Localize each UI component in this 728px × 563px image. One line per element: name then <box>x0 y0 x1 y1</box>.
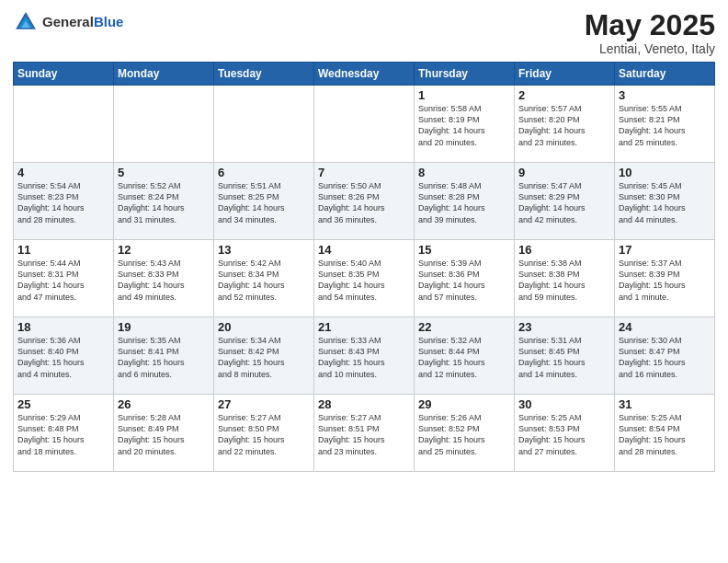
col-header-sunday: Sunday <box>14 63 114 86</box>
cell-content: Sunrise: 5:48 AM Sunset: 8:28 PM Dayligh… <box>418 180 510 225</box>
cell-content: Sunrise: 5:38 AM Sunset: 8:38 PM Dayligh… <box>518 258 610 303</box>
logo: GeneralBlue <box>13 9 123 35</box>
calendar-cell: 22Sunrise: 5:32 AM Sunset: 8:44 PM Dayli… <box>415 317 515 395</box>
calendar-cell <box>314 86 415 163</box>
calendar-cell: 4Sunrise: 5:54 AM Sunset: 8:23 PM Daylig… <box>14 163 114 240</box>
calendar-cell: 8Sunrise: 5:48 AM Sunset: 8:28 PM Daylig… <box>415 163 515 240</box>
calendar-cell <box>14 86 114 163</box>
day-number: 28 <box>318 397 410 411</box>
cell-content: Sunrise: 5:30 AM Sunset: 8:47 PM Dayligh… <box>619 335 711 380</box>
cell-content: Sunrise: 5:34 AM Sunset: 8:42 PM Dayligh… <box>218 335 310 380</box>
day-number: 30 <box>518 397 610 411</box>
logo-icon <box>13 9 39 35</box>
day-number: 15 <box>418 243 510 257</box>
day-number: 29 <box>418 397 510 411</box>
calendar-cell: 23Sunrise: 5:31 AM Sunset: 8:45 PM Dayli… <box>515 317 615 395</box>
day-number: 19 <box>118 320 210 334</box>
day-number: 21 <box>318 320 410 334</box>
day-number: 31 <box>619 397 711 411</box>
calendar-cell: 25Sunrise: 5:29 AM Sunset: 8:48 PM Dayli… <box>14 395 114 472</box>
day-number: 5 <box>118 166 210 179</box>
cell-content: Sunrise: 5:52 AM Sunset: 8:24 PM Dayligh… <box>118 180 210 225</box>
col-header-friday: Friday <box>515 63 615 86</box>
day-number: 25 <box>17 397 109 411</box>
page: GeneralBlue May 2025 Lentiai, Veneto, It… <box>0 0 728 563</box>
week-row-1: 1Sunrise: 5:58 AM Sunset: 8:19 PM Daylig… <box>14 86 715 163</box>
calendar-cell: 28Sunrise: 5:27 AM Sunset: 8:51 PM Dayli… <box>314 395 415 472</box>
day-number: 20 <box>218 320 310 334</box>
calendar-cell: 7Sunrise: 5:50 AM Sunset: 8:26 PM Daylig… <box>314 163 415 240</box>
calendar-cell: 9Sunrise: 5:47 AM Sunset: 8:29 PM Daylig… <box>515 163 615 240</box>
calendar-cell <box>114 86 214 163</box>
day-number: 18 <box>17 320 109 334</box>
header: GeneralBlue May 2025 Lentiai, Veneto, It… <box>13 9 715 56</box>
day-number: 23 <box>518 320 610 334</box>
cell-content: Sunrise: 5:27 AM Sunset: 8:51 PM Dayligh… <box>318 412 410 457</box>
cell-content: Sunrise: 5:25 AM Sunset: 8:54 PM Dayligh… <box>619 412 711 457</box>
day-number: 1 <box>418 88 510 102</box>
calendar-cell: 30Sunrise: 5:25 AM Sunset: 8:53 PM Dayli… <box>515 395 615 472</box>
calendar-cell: 2Sunrise: 5:57 AM Sunset: 8:20 PM Daylig… <box>515 86 615 163</box>
cell-content: Sunrise: 5:54 AM Sunset: 8:23 PM Dayligh… <box>17 180 109 225</box>
day-number: 27 <box>218 397 310 411</box>
cell-content: Sunrise: 5:42 AM Sunset: 8:34 PM Dayligh… <box>218 258 310 303</box>
cell-content: Sunrise: 5:51 AM Sunset: 8:25 PM Dayligh… <box>218 180 310 225</box>
week-row-4: 18Sunrise: 5:36 AM Sunset: 8:40 PM Dayli… <box>14 317 715 395</box>
cell-content: Sunrise: 5:43 AM Sunset: 8:33 PM Dayligh… <box>118 258 210 303</box>
calendar-cell: 27Sunrise: 5:27 AM Sunset: 8:50 PM Dayli… <box>214 395 314 472</box>
logo-blue: Blue <box>94 14 124 29</box>
calendar-cell: 15Sunrise: 5:39 AM Sunset: 8:36 PM Dayli… <box>415 240 515 317</box>
calendar-cell: 14Sunrise: 5:40 AM Sunset: 8:35 PM Dayli… <box>314 240 415 317</box>
cell-content: Sunrise: 5:57 AM Sunset: 8:20 PM Dayligh… <box>518 103 610 148</box>
calendar-cell: 10Sunrise: 5:45 AM Sunset: 8:30 PM Dayli… <box>615 163 715 240</box>
day-number: 2 <box>518 88 610 102</box>
calendar-cell: 20Sunrise: 5:34 AM Sunset: 8:42 PM Dayli… <box>214 317 314 395</box>
calendar-cell: 12Sunrise: 5:43 AM Sunset: 8:33 PM Dayli… <box>114 240 214 317</box>
cell-content: Sunrise: 5:27 AM Sunset: 8:50 PM Dayligh… <box>218 412 310 457</box>
cell-content: Sunrise: 5:28 AM Sunset: 8:49 PM Dayligh… <box>118 412 210 457</box>
cell-content: Sunrise: 5:47 AM Sunset: 8:29 PM Dayligh… <box>518 180 610 225</box>
month-title: May 2025 <box>585 9 715 41</box>
cell-content: Sunrise: 5:32 AM Sunset: 8:44 PM Dayligh… <box>418 335 510 380</box>
day-number: 6 <box>218 166 310 179</box>
week-row-2: 4Sunrise: 5:54 AM Sunset: 8:23 PM Daylig… <box>14 163 715 240</box>
calendar-table: SundayMondayTuesdayWednesdayThursdayFrid… <box>13 62 715 472</box>
calendar-cell: 3Sunrise: 5:55 AM Sunset: 8:21 PM Daylig… <box>615 86 715 163</box>
calendar-cell: 19Sunrise: 5:35 AM Sunset: 8:41 PM Dayli… <box>114 317 214 395</box>
col-header-saturday: Saturday <box>615 63 715 86</box>
calendar-cell: 21Sunrise: 5:33 AM Sunset: 8:43 PM Dayli… <box>314 317 415 395</box>
day-number: 8 <box>418 166 510 179</box>
cell-content: Sunrise: 5:29 AM Sunset: 8:48 PM Dayligh… <box>17 412 109 457</box>
day-number: 24 <box>619 320 711 334</box>
calendar-cell: 17Sunrise: 5:37 AM Sunset: 8:39 PM Dayli… <box>615 240 715 317</box>
cell-content: Sunrise: 5:55 AM Sunset: 8:21 PM Dayligh… <box>619 103 711 148</box>
calendar-cell: 1Sunrise: 5:58 AM Sunset: 8:19 PM Daylig… <box>415 86 515 163</box>
calendar-cell: 24Sunrise: 5:30 AM Sunset: 8:47 PM Dayli… <box>615 317 715 395</box>
col-header-monday: Monday <box>114 63 214 86</box>
col-header-wednesday: Wednesday <box>314 63 415 86</box>
day-number: 17 <box>619 243 711 257</box>
location: Lentiai, Veneto, Italy <box>585 41 715 56</box>
day-number: 13 <box>218 243 310 257</box>
cell-content: Sunrise: 5:45 AM Sunset: 8:30 PM Dayligh… <box>619 180 711 225</box>
cell-content: Sunrise: 5:40 AM Sunset: 8:35 PM Dayligh… <box>318 258 410 303</box>
day-number: 10 <box>619 166 711 179</box>
calendar-cell: 13Sunrise: 5:42 AM Sunset: 8:34 PM Dayli… <box>214 240 314 317</box>
calendar-cell: 16Sunrise: 5:38 AM Sunset: 8:38 PM Dayli… <box>515 240 615 317</box>
col-header-tuesday: Tuesday <box>214 63 314 86</box>
cell-content: Sunrise: 5:36 AM Sunset: 8:40 PM Dayligh… <box>17 335 109 380</box>
logo-general: General <box>42 14 94 29</box>
day-number: 7 <box>318 166 410 179</box>
calendar-cell: 18Sunrise: 5:36 AM Sunset: 8:40 PM Dayli… <box>14 317 114 395</box>
calendar-cell: 26Sunrise: 5:28 AM Sunset: 8:49 PM Dayli… <box>114 395 214 472</box>
cell-content: Sunrise: 5:31 AM Sunset: 8:45 PM Dayligh… <box>518 335 610 380</box>
header-row: SundayMondayTuesdayWednesdayThursdayFrid… <box>14 63 715 86</box>
cell-content: Sunrise: 5:39 AM Sunset: 8:36 PM Dayligh… <box>418 258 510 303</box>
day-number: 11 <box>17 243 109 257</box>
cell-content: Sunrise: 5:58 AM Sunset: 8:19 PM Dayligh… <box>418 103 510 148</box>
calendar-cell: 5Sunrise: 5:52 AM Sunset: 8:24 PM Daylig… <box>114 163 214 240</box>
col-header-thursday: Thursday <box>415 63 515 86</box>
title-block: May 2025 Lentiai, Veneto, Italy <box>585 9 715 56</box>
cell-content: Sunrise: 5:37 AM Sunset: 8:39 PM Dayligh… <box>619 258 711 303</box>
cell-content: Sunrise: 5:33 AM Sunset: 8:43 PM Dayligh… <box>318 335 410 380</box>
